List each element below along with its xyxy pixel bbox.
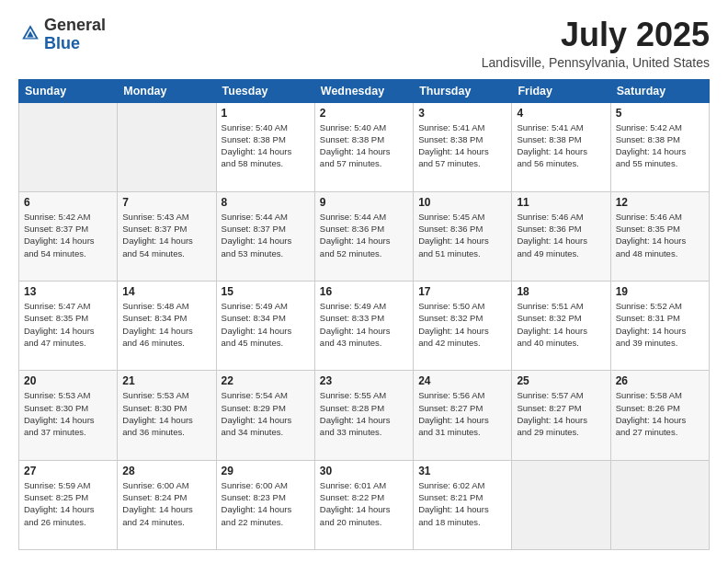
col-sunday: Sunday (19, 79, 118, 102)
day-detail: Sunrise: 5:40 AM Sunset: 8:38 PM Dayligh… (320, 121, 408, 170)
day-detail: Sunrise: 5:42 AM Sunset: 8:38 PM Dayligh… (616, 121, 704, 170)
calendar-cell: 6Sunrise: 5:42 AM Sunset: 8:37 PM Daylig… (19, 191, 118, 281)
day-detail: Sunrise: 6:00 AM Sunset: 8:24 PM Dayligh… (122, 479, 210, 528)
calendar-cell: 18Sunrise: 5:51 AM Sunset: 8:32 PM Dayli… (512, 282, 610, 371)
month-title: July 2025 (482, 17, 710, 53)
day-detail: Sunrise: 5:56 AM Sunset: 8:27 PM Dayligh… (418, 389, 506, 438)
calendar-cell: 5Sunrise: 5:42 AM Sunset: 8:38 PM Daylig… (610, 102, 709, 191)
day-number: 12 (616, 196, 704, 209)
calendar-week-1: 6Sunrise: 5:42 AM Sunset: 8:37 PM Daylig… (19, 191, 710, 281)
calendar-cell: 13Sunrise: 5:47 AM Sunset: 8:35 PM Dayli… (19, 282, 118, 371)
day-number: 4 (517, 107, 605, 120)
calendar-cell: 15Sunrise: 5:49 AM Sunset: 8:34 PM Dayli… (216, 282, 314, 371)
day-number: 3 (418, 107, 506, 120)
day-detail: Sunrise: 5:52 AM Sunset: 8:31 PM Dayligh… (616, 300, 704, 349)
calendar-cell: 4Sunrise: 5:41 AM Sunset: 8:38 PM Daylig… (512, 102, 610, 191)
day-detail: Sunrise: 5:41 AM Sunset: 8:38 PM Dayligh… (517, 121, 605, 170)
day-number: 27 (24, 465, 112, 477)
logo-blue-text: Blue (44, 34, 80, 52)
day-detail: Sunrise: 5:54 AM Sunset: 8:29 PM Dayligh… (222, 389, 310, 438)
day-number: 19 (616, 285, 704, 298)
day-number: 14 (122, 285, 210, 298)
calendar-week-3: 20Sunrise: 5:53 AM Sunset: 8:30 PM Dayli… (19, 371, 710, 460)
calendar-cell: 17Sunrise: 5:50 AM Sunset: 8:32 PM Dayli… (414, 282, 512, 371)
calendar-cell: 14Sunrise: 5:48 AM Sunset: 8:34 PM Dayli… (118, 282, 216, 371)
col-wednesday: Wednesday (314, 79, 413, 102)
day-number: 31 (418, 465, 506, 477)
day-detail: Sunrise: 5:44 AM Sunset: 8:36 PM Dayligh… (320, 211, 408, 259)
col-saturday: Saturday (610, 79, 709, 102)
title-block: July 2025 Landisville, Pennsylvania, Uni… (482, 17, 710, 70)
calendar-cell: 19Sunrise: 5:52 AM Sunset: 8:31 PM Dayli… (610, 282, 709, 371)
calendar-table: Sunday Monday Tuesday Wednesday Thursday… (18, 79, 710, 550)
calendar-cell: 9Sunrise: 5:44 AM Sunset: 8:36 PM Daylig… (314, 191, 413, 281)
day-detail: Sunrise: 5:45 AM Sunset: 8:36 PM Dayligh… (418, 211, 506, 259)
day-number: 26 (616, 374, 704, 387)
col-thursday: Thursday (414, 79, 512, 102)
calendar-cell: 21Sunrise: 5:53 AM Sunset: 8:30 PM Dayli… (118, 371, 216, 460)
calendar-cell: 31Sunrise: 6:02 AM Sunset: 8:21 PM Dayli… (414, 460, 512, 549)
calendar-cell: 24Sunrise: 5:56 AM Sunset: 8:27 PM Dayli… (414, 371, 512, 460)
day-detail: Sunrise: 5:48 AM Sunset: 8:34 PM Dayligh… (122, 300, 210, 349)
calendar-cell: 10Sunrise: 5:45 AM Sunset: 8:36 PM Dayli… (414, 191, 512, 281)
day-number: 2 (320, 107, 408, 120)
day-detail: Sunrise: 6:01 AM Sunset: 8:22 PM Dayligh… (320, 479, 408, 528)
day-number: 25 (517, 374, 605, 387)
calendar-cell: 28Sunrise: 6:00 AM Sunset: 8:24 PM Dayli… (118, 460, 216, 549)
day-detail: Sunrise: 5:49 AM Sunset: 8:33 PM Dayligh… (320, 300, 408, 349)
day-number: 23 (320, 374, 408, 387)
day-number: 29 (222, 465, 310, 477)
day-detail: Sunrise: 5:42 AM Sunset: 8:37 PM Dayligh… (24, 211, 112, 259)
calendar-header-row: Sunday Monday Tuesday Wednesday Thursday… (19, 79, 710, 102)
day-number: 9 (320, 196, 408, 209)
day-number: 24 (418, 374, 506, 387)
col-monday: Monday (118, 79, 216, 102)
calendar-cell: 26Sunrise: 5:58 AM Sunset: 8:26 PM Dayli… (610, 371, 709, 460)
calendar-cell: 7Sunrise: 5:43 AM Sunset: 8:37 PM Daylig… (118, 191, 216, 281)
calendar-cell: 23Sunrise: 5:55 AM Sunset: 8:28 PM Dayli… (314, 371, 413, 460)
calendar-cell: 2Sunrise: 5:40 AM Sunset: 8:38 PM Daylig… (314, 102, 413, 191)
day-number: 5 (616, 107, 704, 120)
day-number: 10 (418, 196, 506, 209)
day-number: 21 (122, 374, 210, 387)
header: General Blue July 2025 Landisville, Penn… (18, 17, 710, 70)
calendar-cell: 20Sunrise: 5:53 AM Sunset: 8:30 PM Dayli… (19, 371, 118, 460)
day-number: 22 (222, 374, 310, 387)
day-number: 7 (122, 196, 210, 209)
day-detail: Sunrise: 5:51 AM Sunset: 8:32 PM Dayligh… (517, 300, 605, 349)
calendar-cell: 25Sunrise: 5:57 AM Sunset: 8:27 PM Dayli… (512, 371, 610, 460)
calendar-cell: 27Sunrise: 5:59 AM Sunset: 8:25 PM Dayli… (19, 460, 118, 549)
calendar-cell: 29Sunrise: 6:00 AM Sunset: 8:23 PM Dayli… (216, 460, 314, 549)
calendar-cell: 22Sunrise: 5:54 AM Sunset: 8:29 PM Dayli… (216, 371, 314, 460)
day-detail: Sunrise: 6:00 AM Sunset: 8:23 PM Dayligh… (222, 479, 310, 528)
calendar-cell: 11Sunrise: 5:46 AM Sunset: 8:36 PM Dayli… (512, 191, 610, 281)
day-number: 30 (320, 465, 408, 477)
day-number: 11 (517, 196, 605, 209)
calendar-cell: 12Sunrise: 5:46 AM Sunset: 8:35 PM Dayli… (610, 191, 709, 281)
day-number: 16 (320, 285, 408, 298)
calendar-week-0: 1Sunrise: 5:40 AM Sunset: 8:38 PM Daylig… (19, 102, 710, 191)
calendar-cell: 16Sunrise: 5:49 AM Sunset: 8:33 PM Dayli… (314, 282, 413, 371)
day-number: 28 (122, 465, 210, 477)
day-detail: Sunrise: 5:53 AM Sunset: 8:30 PM Dayligh… (24, 389, 112, 438)
day-number: 15 (222, 285, 310, 298)
day-number: 20 (24, 374, 112, 387)
calendar-cell (512, 460, 610, 549)
day-number: 18 (517, 285, 605, 298)
day-detail: Sunrise: 5:50 AM Sunset: 8:32 PM Dayligh… (418, 300, 506, 349)
day-number: 13 (24, 285, 112, 298)
calendar-cell: 1Sunrise: 5:40 AM Sunset: 8:38 PM Daylig… (216, 102, 314, 191)
col-tuesday: Tuesday (216, 79, 314, 102)
day-number: 17 (418, 285, 506, 298)
calendar-cell: 8Sunrise: 5:44 AM Sunset: 8:37 PM Daylig… (216, 191, 314, 281)
day-detail: Sunrise: 5:41 AM Sunset: 8:38 PM Dayligh… (418, 121, 506, 170)
logo: General Blue (18, 17, 106, 53)
day-number: 8 (222, 196, 310, 209)
page: General Blue July 2025 Landisville, Penn… (0, 0, 728, 563)
day-detail: Sunrise: 5:59 AM Sunset: 8:25 PM Dayligh… (24, 479, 112, 528)
calendar-cell (118, 102, 216, 191)
day-detail: Sunrise: 5:57 AM Sunset: 8:27 PM Dayligh… (517, 389, 605, 438)
day-detail: Sunrise: 5:43 AM Sunset: 8:37 PM Dayligh… (122, 211, 210, 259)
day-detail: Sunrise: 5:44 AM Sunset: 8:37 PM Dayligh… (222, 211, 310, 259)
day-detail: Sunrise: 5:58 AM Sunset: 8:26 PM Dayligh… (616, 389, 704, 438)
